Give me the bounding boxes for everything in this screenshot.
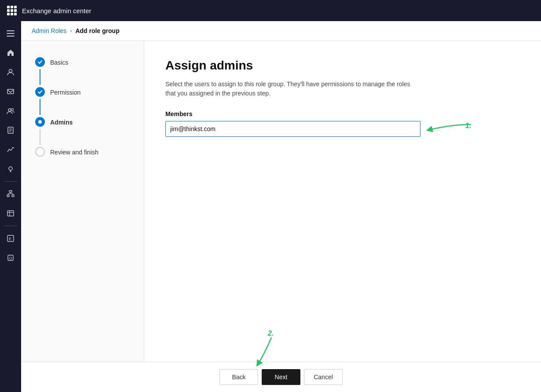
analytics-icon: [7, 146, 15, 154]
back-button[interactable]: Back: [219, 369, 258, 385]
exchange-icon: E: [7, 234, 15, 242]
insights-icon: [7, 165, 15, 173]
sidebar-item-reports[interactable]: [2, 121, 19, 139]
svg-text:E: E: [9, 237, 11, 241]
annotation-1: 1.: [425, 122, 478, 138]
apps-icon[interactable]: [7, 6, 17, 15]
step-line-3: [40, 129, 40, 145]
step-admins-icon: [35, 117, 45, 127]
breadcrumb-parent-link[interactable]: Admin Roles: [32, 27, 66, 34]
org-icon: [7, 190, 15, 198]
svg-rect-11: [9, 191, 12, 192]
reports-icon: [7, 126, 15, 134]
steps-panel: Basics Permission: [21, 41, 144, 362]
breadcrumb: Admin Roles › Add role group: [21, 21, 541, 41]
sidebar-item-office[interactable]: O: [2, 249, 19, 267]
step-review-icon: [35, 147, 45, 157]
step-review: Review and finish: [35, 145, 130, 159]
svg-rect-13: [12, 195, 14, 197]
sidebar-item-user[interactable]: [2, 63, 19, 81]
content-area: Admin Roles › Add role group: [21, 21, 541, 392]
sidebar-item-mail[interactable]: [2, 83, 19, 100]
contacts-icon: [7, 107, 15, 115]
mail-icon: [7, 88, 15, 95]
footer-buttons: 2. Back Next Cancel: [219, 369, 343, 385]
sidebar-item-home[interactable]: [2, 44, 19, 62]
svg-point-8: [9, 167, 12, 170]
page-body: Basics Permission: [21, 41, 541, 392]
sidebar: E O: [0, 21, 21, 392]
office-icon: O: [7, 254, 15, 262]
wizard-footer: 2. Back Next Cancel: [21, 362, 541, 392]
svg-rect-1: [7, 89, 14, 94]
sidebar-divider: [4, 181, 17, 182]
step-line-1: [40, 69, 40, 85]
arrow-1-svg: 1.: [425, 122, 478, 138]
sidebar-divider-2: [4, 226, 17, 226]
user-icon: [7, 68, 15, 76]
svg-rect-18: [7, 211, 14, 216]
home-icon: [7, 49, 15, 57]
svg-text:1.: 1.: [465, 122, 471, 129]
panel-description: Select the users to assign to this role …: [165, 80, 420, 98]
step-basics-label: Basics: [50, 58, 68, 66]
step-permission: Permission: [35, 85, 130, 115]
panel-title: Assign admins: [165, 59, 520, 73]
sidebar-item-insights[interactable]: [2, 160, 19, 178]
svg-rect-12: [7, 195, 9, 197]
migration-icon: [7, 209, 15, 217]
svg-point-3: [11, 109, 14, 111]
breadcrumb-separator: ›: [70, 28, 72, 34]
step-admins: Admins: [35, 115, 130, 145]
sidebar-item-migration[interactable]: [2, 205, 19, 222]
step-admins-label: Admins: [50, 118, 73, 126]
app-title: Exchange admin center: [22, 7, 91, 15]
members-input[interactable]: [165, 121, 420, 137]
topbar: Exchange admin center: [0, 0, 541, 21]
wizard-area: Basics Permission: [21, 41, 541, 362]
sidebar-item-analytics[interactable]: [2, 141, 19, 158]
sidebar-item-org[interactable]: [2, 185, 19, 203]
step-review-label: Review and finish: [50, 148, 99, 156]
step-permission-icon: [35, 87, 45, 97]
step-permission-label: Permission: [50, 88, 80, 96]
svg-point-2: [8, 109, 11, 111]
footer-btn-group: Back Next Cancel: [219, 369, 343, 385]
members-field-wrapper: 1.: [165, 121, 420, 137]
sidebar-item-hamburger[interactable]: [2, 25, 19, 42]
next-button[interactable]: Next: [262, 369, 300, 385]
hamburger-icon: [7, 30, 15, 37]
svg-text:O: O: [9, 256, 12, 260]
main-panel: Assign admins Select the users to assign…: [144, 41, 541, 362]
members-label: Members: [165, 110, 520, 117]
step-basics: Basics: [35, 55, 130, 85]
sidebar-item-exchange[interactable]: E: [2, 230, 19, 247]
cancel-button[interactable]: Cancel: [304, 369, 343, 385]
step-line-2: [40, 99, 40, 115]
sidebar-item-contacts[interactable]: [2, 102, 19, 120]
breadcrumb-current: Add role group: [75, 27, 119, 34]
svg-point-0: [9, 70, 12, 73]
step-basics-icon: [35, 57, 45, 67]
